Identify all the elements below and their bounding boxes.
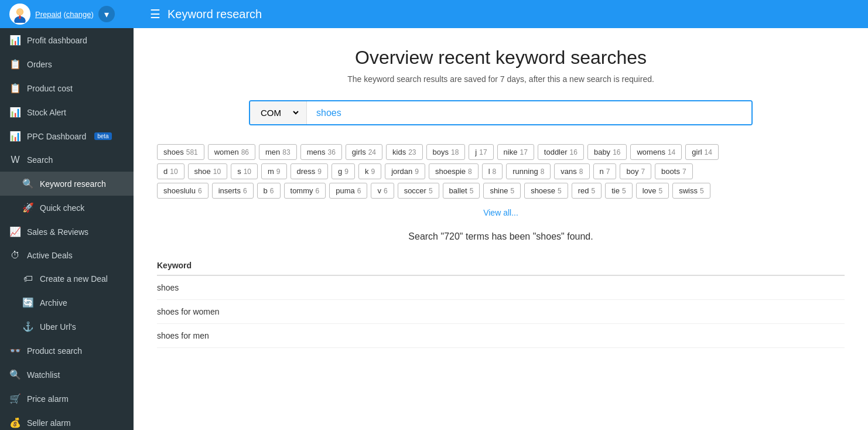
tag-chip-shoes[interactable]: shoes581 bbox=[157, 144, 204, 160]
tag-chip-dress[interactable]: dress9 bbox=[291, 163, 328, 179]
tag-chip-d[interactable]: d10 bbox=[157, 163, 184, 179]
sidebar-item-profit-dashboard[interactable]: 📊Profit dashboard bbox=[0, 28, 134, 52]
sidebar-item-archive[interactable]: 🔄Archive bbox=[0, 291, 134, 315]
tag-count: 5 bbox=[470, 187, 474, 195]
tag-count: 5 bbox=[558, 187, 562, 195]
tag-chip-toddler[interactable]: toddler16 bbox=[538, 144, 584, 160]
tag-word: shine bbox=[490, 186, 508, 195]
tag-chip-g[interactable]: g9 bbox=[332, 163, 355, 179]
tag-chip-shoese[interactable]: shoese5 bbox=[524, 183, 568, 199]
tag-count: 8 bbox=[493, 168, 497, 176]
tag-chip-nike[interactable]: nike17 bbox=[497, 144, 534, 160]
tag-word: red bbox=[578, 186, 589, 195]
sidebar-item-product-cost[interactable]: 📋Product cost bbox=[0, 76, 134, 100]
tag-word: nike bbox=[504, 148, 518, 156]
tag-chip-love[interactable]: love5 bbox=[636, 183, 669, 199]
domain-selector[interactable]: COMCO.UKDEFRITES bbox=[250, 101, 307, 124]
user-dropdown-button[interactable]: ▾ bbox=[98, 6, 115, 22]
tag-chip-swiss[interactable]: swiss5 bbox=[672, 183, 710, 199]
stock-alert-icon: 📊 bbox=[9, 107, 21, 118]
tag-chip-inserts[interactable]: inserts6 bbox=[212, 183, 254, 199]
search-icon: W bbox=[9, 155, 21, 165]
sidebar-item-quick-check[interactable]: 🚀Quick check bbox=[0, 196, 134, 220]
tag-chip-jordan[interactable]: jordan9 bbox=[385, 163, 425, 179]
tag-chip-shoe[interactable]: shoe10 bbox=[188, 163, 228, 179]
tag-count: 83 bbox=[282, 148, 290, 156]
sidebar: 📊Profit dashboard📋Orders📋Product cost📊St… bbox=[0, 28, 134, 430]
tag-chip-v[interactable]: v6 bbox=[371, 183, 394, 199]
tag-chip-b[interactable]: b6 bbox=[257, 183, 281, 199]
tag-chip-l[interactable]: l8 bbox=[482, 163, 503, 179]
tag-chip-ballet[interactable]: ballet5 bbox=[443, 183, 480, 199]
archive-icon: 🔄 bbox=[22, 297, 34, 308]
sidebar-item-seller-alarm[interactable]: 💰Seller alarm bbox=[0, 411, 134, 430]
tag-chip-s[interactable]: s10 bbox=[231, 163, 258, 179]
tag-chip-tie[interactable]: tie5 bbox=[605, 183, 632, 199]
tag-chip-women[interactable]: women86 bbox=[208, 144, 255, 160]
tag-word: men bbox=[265, 148, 280, 156]
page-subtitle: The keyword search results are saved for… bbox=[157, 74, 845, 84]
tag-chip-kids[interactable]: kids23 bbox=[386, 144, 422, 160]
tag-chip-shoeslulu[interactable]: shoeslulu6 bbox=[157, 183, 209, 199]
sidebar-item-keyword-research[interactable]: 🔍Keyword research bbox=[0, 172, 134, 196]
tag-chip-girl[interactable]: girl14 bbox=[685, 144, 719, 160]
domain-select[interactable]: COMCO.UKDEFRITES bbox=[256, 101, 300, 124]
tag-chip-boys[interactable]: boys18 bbox=[426, 144, 466, 160]
sidebar-item-create-new-deal[interactable]: 🏷Create a new Deal bbox=[0, 267, 134, 291]
table-row: shoes for women bbox=[157, 300, 845, 324]
tag-count: 9 bbox=[415, 168, 419, 176]
sidebar-item-watchlist[interactable]: 🔍Watchlist bbox=[0, 363, 134, 387]
tag-count: 9 bbox=[371, 168, 375, 176]
hamburger-icon[interactable]: ☰ bbox=[150, 7, 160, 21]
tag-chip-m[interactable]: m9 bbox=[261, 163, 287, 179]
tag-count: 7 bbox=[606, 168, 610, 176]
result-info: Search "720" terms has been "shoes" foun… bbox=[157, 231, 845, 242]
tag-word: girls bbox=[352, 148, 366, 156]
tag-chip-mens[interactable]: mens36 bbox=[300, 144, 342, 160]
tag-count: 6 bbox=[270, 187, 274, 195]
tag-count: 10 bbox=[170, 168, 177, 176]
sidebar-item-search[interactable]: WSearch bbox=[0, 148, 134, 172]
profit-dashboard-icon: 📊 bbox=[9, 35, 21, 46]
tag-word: boy bbox=[626, 167, 638, 176]
sidebar-item-price-alarm[interactable]: 🛒Price alarm bbox=[0, 387, 134, 411]
tag-chip-girls[interactable]: girls24 bbox=[346, 144, 382, 160]
tag-count: 36 bbox=[327, 148, 335, 156]
tag-word: shoespie bbox=[435, 167, 466, 176]
sidebar-item-product-search[interactable]: 👓Product search bbox=[0, 339, 134, 363]
product-search-icon: 👓 bbox=[9, 345, 21, 356]
sidebar-item-ppc-dashboard[interactable]: 📊PPC Dashboardbeta bbox=[0, 124, 134, 148]
change-link[interactable]: change bbox=[66, 10, 91, 19]
tag-chip-boy[interactable]: boy7 bbox=[620, 163, 651, 179]
tag-chip-vans[interactable]: vans8 bbox=[554, 163, 589, 179]
tag-word: v bbox=[377, 186, 381, 195]
tag-chip-running[interactable]: running8 bbox=[506, 163, 551, 179]
tag-word: boys bbox=[433, 148, 449, 156]
user-info: Prepaid (change) bbox=[35, 10, 94, 19]
sidebar-item-label-profit-dashboard: Profit dashboard bbox=[27, 36, 87, 45]
tag-chip-boots[interactable]: boots7 bbox=[655, 163, 693, 179]
view-all-link[interactable]: View all... bbox=[157, 208, 845, 217]
search-input[interactable] bbox=[307, 101, 751, 124]
tag-chip-puma[interactable]: puma6 bbox=[329, 183, 367, 199]
tag-chip-red[interactable]: red5 bbox=[572, 183, 602, 199]
sidebar-item-orders[interactable]: 📋Orders bbox=[0, 52, 134, 76]
tag-chip-shine[interactable]: shine5 bbox=[483, 183, 521, 199]
tag-chip-baby[interactable]: baby16 bbox=[587, 144, 627, 160]
sidebar-item-stock-alert[interactable]: 📊Stock Alert bbox=[0, 100, 134, 124]
tag-chip-men[interactable]: men83 bbox=[259, 144, 297, 160]
tag-chip-j[interactable]: j17 bbox=[469, 144, 493, 160]
tag-chip-tommy[interactable]: tommy6 bbox=[284, 183, 326, 199]
tag-chip-womens[interactable]: womens14 bbox=[630, 144, 682, 160]
sidebar-item-sales-reviews[interactable]: 📈Sales & Reviews bbox=[0, 220, 134, 244]
tag-chip-soccer[interactable]: soccer5 bbox=[398, 183, 439, 199]
tag-chip-k[interactable]: k9 bbox=[358, 163, 381, 179]
search-bar: COMCO.UKDEFRITES bbox=[249, 100, 753, 125]
tag-chip-shoespie[interactable]: shoespie8 bbox=[429, 163, 479, 179]
tag-chip-n[interactable]: n7 bbox=[593, 163, 617, 179]
sidebar-item-label-price-alarm: Price alarm bbox=[27, 394, 69, 404]
sidebar-item-active-deals[interactable]: ⏱Active Deals bbox=[0, 244, 134, 267]
tag-count: 18 bbox=[451, 148, 459, 156]
tag-word: toddler bbox=[544, 148, 568, 156]
sidebar-item-uber-urls[interactable]: ⚓Uber Url's bbox=[0, 315, 134, 339]
